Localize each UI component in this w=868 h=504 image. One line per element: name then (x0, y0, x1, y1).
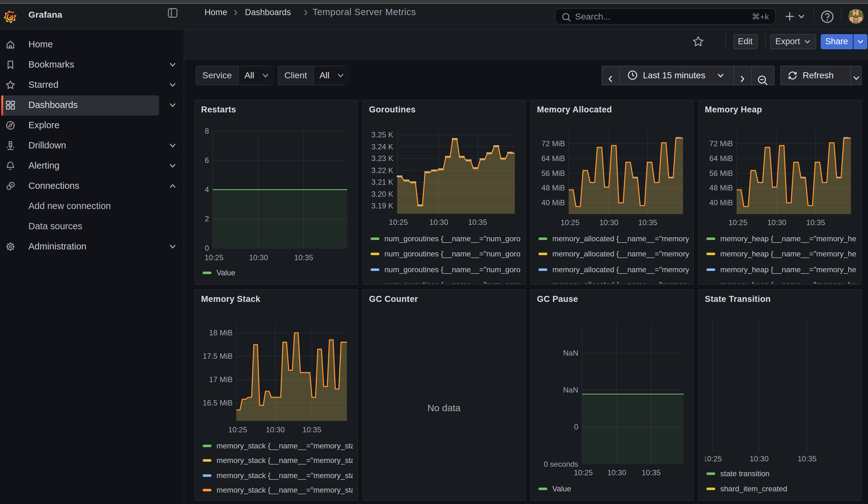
svg-text:48 MiB: 48 MiB (709, 183, 733, 192)
svg-text:10:25: 10:25 (389, 218, 408, 226)
svg-text:3.22 K: 3.22 K (372, 166, 393, 174)
svg-text:40 MiB: 40 MiB (709, 198, 733, 207)
svg-text:3.25 K: 3.25 K (372, 130, 393, 138)
svg-text:0: 0 (574, 422, 578, 431)
svg-text:10:35: 10:35 (468, 218, 487, 226)
svg-text:10:30: 10:30 (429, 218, 448, 226)
svg-text:10:35: 10:35 (642, 468, 661, 477)
svg-text:10:35: 10:35 (302, 425, 321, 434)
svg-text:64 MiB: 64 MiB (541, 154, 565, 162)
svg-text:17 MiB: 17 MiB (209, 375, 232, 384)
svg-text:18 MiB: 18 MiB (209, 328, 232, 337)
svg-text:56 MiB: 56 MiB (709, 169, 733, 177)
svg-text:48 MiB: 48 MiB (541, 183, 565, 192)
svg-text:3.21 K: 3.21 K (372, 177, 393, 186)
svg-text:10:30: 10:30 (599, 218, 618, 226)
svg-text:10:25: 10:25 (205, 253, 224, 261)
svg-text:40 MiB: 40 MiB (541, 198, 565, 207)
svg-text:3.19 K: 3.19 K (372, 201, 393, 210)
svg-text:4: 4 (205, 185, 209, 194)
svg-text:10:30: 10:30 (249, 253, 268, 261)
svg-text:10:25: 10:25 (574, 468, 593, 477)
svg-text:10:35: 10:35 (294, 253, 313, 261)
svg-text:64 MiB: 64 MiB (709, 154, 733, 162)
svg-text:NaN: NaN (563, 385, 578, 394)
svg-text:10:25: 10:25 (703, 454, 722, 463)
svg-text:72 MiB: 72 MiB (541, 139, 565, 147)
svg-text:10:30: 10:30 (607, 468, 626, 477)
svg-text:3.23 K: 3.23 K (372, 154, 393, 162)
svg-text:10:30: 10:30 (767, 218, 786, 226)
svg-text:10:35: 10:35 (806, 218, 825, 226)
svg-text:10:35: 10:35 (638, 218, 657, 226)
svg-text:10:30: 10:30 (266, 425, 285, 434)
svg-text:8: 8 (205, 126, 209, 135)
svg-text:6: 6 (205, 156, 209, 164)
svg-text:3.24 K: 3.24 K (372, 142, 393, 151)
svg-text:72 MiB: 72 MiB (709, 139, 733, 147)
svg-text:0 seconds: 0 seconds (544, 460, 578, 468)
svg-text:2: 2 (205, 214, 209, 223)
svg-text:NaN: NaN (563, 349, 578, 357)
svg-text:10:35: 10:35 (798, 454, 817, 463)
svg-text:10:25: 10:25 (228, 425, 247, 434)
svg-text:10:25: 10:25 (560, 218, 579, 226)
svg-text:56 MiB: 56 MiB (541, 169, 565, 177)
svg-text:10:25: 10:25 (728, 218, 747, 226)
svg-text:17.5 MiB: 17.5 MiB (203, 352, 232, 360)
svg-text:0: 0 (205, 244, 209, 252)
svg-text:3.20 K: 3.20 K (372, 189, 393, 198)
svg-text:16.5 MiB: 16.5 MiB (203, 399, 232, 407)
svg-text:10:30: 10:30 (750, 454, 768, 463)
